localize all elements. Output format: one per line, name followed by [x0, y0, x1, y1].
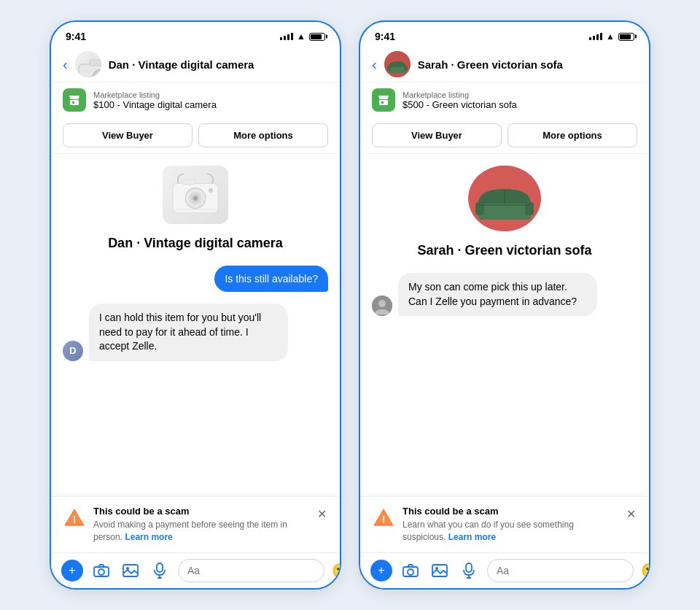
mic-icon-2[interactable]: [458, 560, 480, 582]
svg-rect-28: [387, 66, 391, 71]
photo-btn-icon-1: [122, 564, 139, 577]
phones-container: 9:41 ▲ ‹: [35, 6, 665, 604]
back-button-2[interactable]: ‹: [372, 56, 377, 73]
camera-icon-2[interactable]: [400, 560, 421, 582]
camera-icon-1[interactable]: [90, 560, 112, 582]
listing-text-2: Marketplace listing $500 - Green victori…: [402, 90, 517, 110]
svg-point-12: [194, 197, 196, 199]
listing-label-2: Marketplace listing: [402, 90, 517, 99]
nav-avatar-1: [75, 51, 101, 77]
input-bar-2: +: [360, 552, 649, 588]
alert-triangle-icon-1: !: [64, 507, 85, 528]
svg-rect-23: [157, 563, 163, 572]
store-icon-1: [68, 93, 81, 107]
marketplace-icon-1: [63, 88, 86, 112]
status-bar-1: 9:41 ▲: [51, 22, 340, 47]
svg-text:!: !: [73, 514, 77, 525]
svg-rect-4: [90, 60, 101, 66]
message-avatar-sarah: [372, 296, 392, 316]
svg-text:!: !: [382, 514, 386, 525]
action-buttons-2: View Buyer More options: [360, 117, 649, 154]
nav-avatar-2: [384, 51, 411, 77]
alert-triangle-icon-2: !: [373, 507, 394, 528]
svg-rect-7: [72, 101, 74, 104]
plus-icon-1[interactable]: +: [61, 560, 83, 582]
mic-btn-icon-1: [154, 563, 166, 579]
bubble-received-1: I can hold this item for you but you'll …: [89, 304, 288, 361]
photo-icon-1[interactable]: [120, 560, 141, 582]
svg-rect-29: [404, 66, 408, 71]
photo-icon-2[interactable]: [429, 560, 451, 582]
plus-icon-2[interactable]: +: [370, 560, 392, 582]
product-title-1: Dan · Vintage digital camera: [63, 236, 328, 251]
more-options-button-1[interactable]: More options: [198, 123, 328, 147]
scam-warning-1: ! This could be a scam Avoid making a pa…: [51, 496, 340, 552]
nav-title-2: Sarah · Green victorian sofa: [418, 58, 637, 71]
mic-btn-icon-2: [463, 563, 475, 579]
status-bar-2: 9:41 ▲: [360, 22, 649, 47]
wifi-icon-2: ▲: [606, 31, 615, 42]
sarah-avatar-icon: [372, 296, 392, 316]
message-received-1: D I can hold this item for you but you'l…: [63, 304, 328, 361]
signal-icon-1: [280, 33, 293, 40]
message-received-2: My son can come pick this up later. Can …: [372, 273, 637, 316]
listing-text-1: Marketplace listing $100 - Vintage digit…: [93, 90, 217, 110]
bubble-received-2: My son can come pick this up later. Can …: [398, 273, 597, 316]
emoji-icon-1[interactable]: 🙂: [332, 562, 341, 579]
listing-info-2: Marketplace listing $500 - Green victori…: [360, 82, 649, 117]
phone-2: 9:41 ▲ ‹: [359, 20, 650, 590]
camera-btn-icon-1: [93, 564, 109, 577]
warning-title-1: This could be a scam: [93, 506, 308, 517]
warning-icon-1: !: [63, 506, 86, 529]
view-buyer-button-1[interactable]: View Buyer: [63, 123, 192, 147]
message-input-2[interactable]: [487, 559, 634, 582]
nav-bar-1: ‹ Dan · Vintage digital camera: [51, 47, 340, 82]
listing-label-1: Marketplace listing: [93, 90, 217, 99]
warning-desc-1: Avoid making a payment before seeing the…: [93, 519, 308, 544]
warning-title-2: This could be a scam: [402, 506, 618, 517]
close-warning-button-1[interactable]: ✕: [316, 506, 328, 522]
close-warning-button-2[interactable]: ✕: [625, 506, 637, 522]
svg-rect-27: [389, 67, 406, 73]
svg-rect-47: [466, 563, 472, 572]
camera-product-icon: [169, 172, 222, 217]
learn-more-link-1[interactable]: Learn more: [125, 532, 172, 542]
marketplace-icon-2: [372, 88, 395, 112]
sofa-product-icon: [468, 166, 541, 231]
action-buttons-1: View Buyer More options: [51, 117, 340, 154]
bubble-sent-1: Is this still available?: [214, 266, 328, 292]
svg-point-3: [99, 76, 101, 77]
learn-more-link-2[interactable]: Learn more: [448, 532, 496, 542]
battery-icon-1: [309, 33, 325, 41]
message-avatar-dan: D: [63, 341, 83, 361]
scam-warning-2: ! This could be a scam Learn what you ca…: [360, 496, 649, 552]
chat-area-2: Sarah · Green victorian sofa My son can …: [360, 154, 649, 496]
product-image-sofa: [468, 166, 541, 231]
status-time-2: 9:41: [375, 31, 395, 42]
svg-point-44: [408, 569, 413, 575]
svg-point-20: [98, 569, 104, 575]
mic-icon-1[interactable]: [149, 560, 171, 582]
message-input-1[interactable]: [178, 559, 324, 582]
warning-desc-2: Learn what you can do if you see somethi…: [402, 519, 618, 544]
svg-rect-45: [432, 565, 447, 576]
listing-info-1: Marketplace listing $100 - Vintage digit…: [51, 82, 340, 117]
svg-rect-33: [478, 204, 531, 220]
product-image-container-2: [372, 166, 637, 231]
more-options-button-2[interactable]: More options: [508, 123, 637, 147]
product-title-2: Sarah · Green victorian sofa: [372, 243, 637, 258]
product-image-container-1: [63, 166, 328, 224]
back-button-1[interactable]: ‹: [63, 56, 68, 73]
view-buyer-button-2[interactable]: View Buyer: [372, 123, 502, 147]
nav-title-1: Dan · Vintage digital camera: [109, 58, 328, 71]
warning-icon-2: !: [372, 506, 395, 529]
svg-point-39: [378, 300, 386, 307]
phone-1: 9:41 ▲ ‹: [50, 20, 341, 590]
battery-icon-2: [618, 33, 634, 41]
input-bar-1: +: [51, 552, 340, 588]
product-image-camera: [163, 166, 228, 224]
status-icons-1: ▲: [280, 31, 325, 42]
emoji-icon-2[interactable]: 🙂: [641, 562, 650, 579]
message-sent-1: Is this still available?: [63, 266, 328, 292]
listing-title-1: $100 - Vintage digital camera: [93, 99, 217, 110]
